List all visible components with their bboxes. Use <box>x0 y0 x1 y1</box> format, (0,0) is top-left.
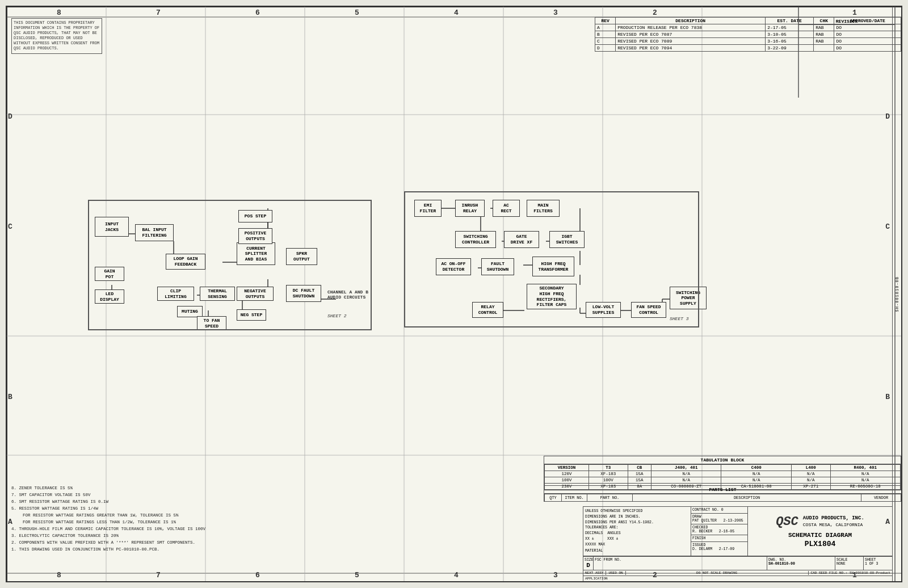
part-number-label: PLX1804 <box>805 540 836 548</box>
note-3: 3. ELECTROLYTIC CAPACITOR TOLERANCE IS 2… <box>11 532 205 539</box>
tab-row-120v: 120VXF-18315AN/AN/AN/AN/A <box>545 471 901 477</box>
rev-row-c: C REVISED PER ECO 7089 3-16-05 RAB DO <box>595 38 901 45</box>
sheet3-outline <box>404 191 699 327</box>
notes-section: 8. ZENER TOLERANCE IS 5% 7. SMT CAPACITO… <box>11 485 205 553</box>
col-label-7-bot: 7 <box>156 571 161 579</box>
row-label-c-left: C <box>8 222 12 231</box>
col-label-5-bot: 5 <box>355 571 359 579</box>
col-label-1-top: 1 <box>852 9 857 17</box>
note-2: 2. COMPONENTS WITH VALUE PREFIXED WITH A… <box>11 539 205 546</box>
col-label-7-top: 7 <box>156 9 161 17</box>
sheet2-outline <box>88 200 372 330</box>
doc-id-rotated: SH-001810-0B <box>895 276 899 312</box>
tabulation-title: TABULATION BLOCK <box>544 456 901 464</box>
sheet-value: 1 OF 3 <box>865 562 891 566</box>
schematic-diagram-label: SCHEMATIC DIAGRAM <box>788 532 852 539</box>
company-name: AUDIO PRODUCTS, INC. <box>803 515 864 522</box>
col-label-4-top: 4 <box>454 9 459 17</box>
row-label-b-right: B <box>885 393 890 401</box>
rev-row-d: D REVISED PER ECO 7094 3-22-09 DO <box>595 45 901 52</box>
company-city: COSTA MESA, CALIFORNIA <box>803 522 864 528</box>
col-label-6-bot: 6 <box>255 571 260 579</box>
col-label-8-top: 8 <box>57 9 61 17</box>
parts-list-header: PARTS LIST <box>544 485 901 493</box>
col-label-4-bot: 4 <box>454 571 459 579</box>
note-5b: FOR RESISTOR WATTAGE RATINGS LESS THAN 1… <box>11 519 205 526</box>
proprietary-text: THIS DOCUMENT CONTAINS PROPRIETARY INFOR… <box>14 20 99 51</box>
col-label-8-bot: 8 <box>57 571 61 579</box>
row-label-d-right: D <box>885 112 890 121</box>
col-label-3-bot: 3 <box>553 571 558 579</box>
qsc-logo: QSC <box>776 515 798 529</box>
rev-row-a: A PRODUCTION RELEASE PER ECO 7838 2-17-0… <box>595 24 901 31</box>
col-label-2-top: 2 <box>653 9 657 17</box>
dwg-no: SH-001810-00 <box>768 562 834 566</box>
proprietary-notice: THIS DOCUMENT CONTAINS PROPRIETARY INFOR… <box>11 18 102 54</box>
right-doc-strip: SH-001810-0B <box>892 7 901 581</box>
note-4: 4. THROUGH-HOLE FILM AND CERAMIC CAPACIT… <box>11 526 205 532</box>
parts-list-cols: QTY ITEM NO. PART NO. DESCRIPTION VENDOR <box>544 493 901 502</box>
note-1: 1. THIS DRAWING USED IN CONJUNCTION WITH… <box>11 546 205 553</box>
col-label-3-top: 3 <box>553 9 558 17</box>
note-7: 7. SMT CAPACITOR VOLTAGE IS 50V <box>11 492 205 498</box>
bottom-title-block: UNLESS OTHERWISE SPECIFIED DIMENSIONS AR… <box>583 506 892 581</box>
row-label-d-left: D <box>8 112 12 121</box>
size-value: D <box>585 562 592 569</box>
note-8: 8. ZENER TOLERANCE IS 5% <box>11 485 205 492</box>
col-label-5-top: 5 <box>355 9 359 17</box>
note-5: 5. RESISTOR WATTAGE RATING IS 1/4W <box>11 505 205 512</box>
row-label-b-left: B <box>8 393 12 401</box>
col-label-6-top: 6 <box>255 9 260 17</box>
note-5a: FOR RESISTOR WATTAGE RATINGS GREATER THA… <box>11 512 205 519</box>
note-6: 6. SMT RESISTOR WATTAGE RATING IS 0.1W <box>11 498 205 505</box>
page: 8 7 6 5 4 3 2 1 8 7 6 5 4 3 2 1 D C B A … <box>6 6 902 582</box>
revision-table: REV DESCRIPTION EST. DATE CHK APPROVED/D… <box>595 17 901 52</box>
tab-row-100v: 100V100V15AN/AN/AN/AN/A <box>545 477 901 484</box>
rev-row-b: B REVISED PER ECO 7087 3-10-05 RAB DO <box>595 31 901 38</box>
row-label-c-right: C <box>885 222 890 231</box>
